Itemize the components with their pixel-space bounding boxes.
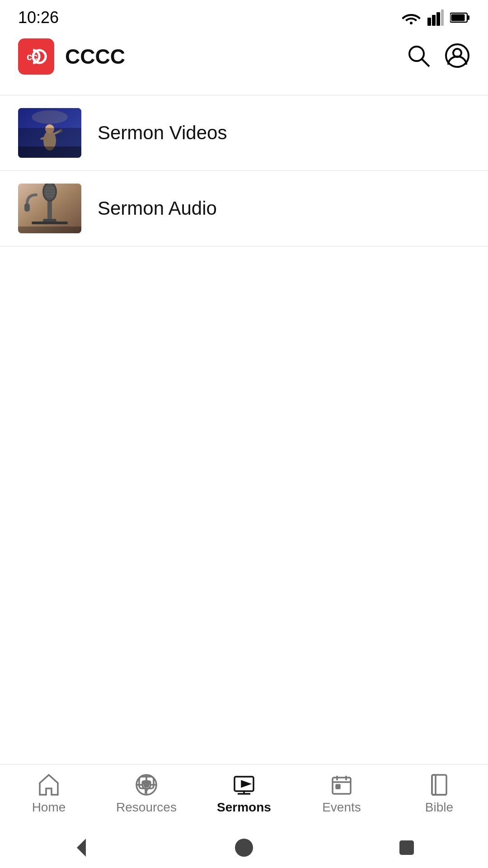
logo-icon: cc <box>24 44 48 69</box>
svg-line-24 <box>42 136 50 139</box>
nav-bible[interactable]: Bible <box>390 773 488 815</box>
sermon-audio-thumbnail <box>18 184 81 233</box>
svg-point-59 <box>235 839 253 857</box>
svg-line-16 <box>422 59 429 66</box>
nav-resources[interactable]: Resources <box>98 773 195 815</box>
sermon-videos-label: Sermon Videos <box>98 122 227 144</box>
svg-rect-39 <box>18 226 81 233</box>
circle-icon <box>232 836 256 859</box>
status-time: 10:26 <box>18 8 59 27</box>
svg-rect-60 <box>399 840 414 855</box>
svg-point-45 <box>148 781 150 784</box>
bottom-nav: Home Resources Sermons <box>0 764 488 827</box>
svg-rect-2 <box>432 15 436 26</box>
app-header: cc CCCC <box>0 32 488 81</box>
svg-rect-1 <box>427 18 431 26</box>
svg-text:cc: cc <box>27 51 38 62</box>
svg-point-0 <box>410 22 413 24</box>
home-icon <box>37 773 61 797</box>
svg-rect-50 <box>333 778 351 794</box>
nav-home-label: Home <box>32 800 66 815</box>
app-title: CCCC <box>65 44 125 69</box>
search-button[interactable] <box>406 43 431 70</box>
android-recent-button[interactable] <box>395 836 418 859</box>
sermons-icon <box>232 773 256 797</box>
svg-point-25 <box>59 129 62 132</box>
status-icons <box>401 9 470 26</box>
svg-marker-47 <box>242 781 249 787</box>
svg-marker-58 <box>77 839 86 857</box>
search-icon <box>406 43 431 68</box>
sermon-audio-item[interactable]: Sermon Audio <box>0 171 488 246</box>
events-icon <box>330 773 353 797</box>
svg-rect-37 <box>32 222 68 224</box>
app-logo: cc <box>18 38 54 75</box>
svg-point-20 <box>32 110 68 124</box>
header-right <box>406 43 470 70</box>
svg-rect-3 <box>436 12 440 26</box>
signal-icon <box>427 9 444 26</box>
nav-home[interactable]: Home <box>0 773 98 815</box>
wifi-icon <box>401 10 421 25</box>
svg-rect-57 <box>432 775 436 795</box>
sermon-audio-label: Sermon Audio <box>98 198 217 219</box>
svg-line-23 <box>50 132 59 136</box>
profile-button[interactable] <box>445 43 470 70</box>
resources-icon <box>135 773 158 797</box>
nav-events-label: Events <box>322 800 361 815</box>
nav-sermons-label: Sermons <box>217 800 271 815</box>
sermon-videos-item[interactable]: Sermon Videos <box>0 95 488 171</box>
sermon-videos-thumbnail <box>18 108 81 158</box>
android-back-button[interactable] <box>70 836 93 859</box>
svg-rect-38 <box>24 203 30 212</box>
back-icon <box>70 836 93 859</box>
svg-point-22 <box>45 124 54 133</box>
svg-point-21 <box>43 131 56 151</box>
header-left: cc CCCC <box>18 38 125 75</box>
sermon-audio-image <box>18 184 81 233</box>
profile-icon <box>445 43 470 68</box>
content-list: Sermon Videos <box>0 95 488 246</box>
nav-resources-label: Resources <box>116 800 177 815</box>
svg-rect-55 <box>432 775 446 795</box>
svg-point-31 <box>44 184 55 200</box>
svg-rect-27 <box>18 146 81 158</box>
svg-point-15 <box>409 47 424 61</box>
svg-rect-6 <box>467 15 469 20</box>
sermon-video-image <box>18 108 81 158</box>
svg-rect-7 <box>451 14 465 21</box>
nav-sermons[interactable]: Sermons <box>195 773 293 815</box>
svg-rect-54 <box>336 785 340 788</box>
svg-line-26 <box>59 131 61 132</box>
android-nav-bar <box>0 827 488 868</box>
android-home-button[interactable] <box>232 836 256 859</box>
nav-bible-label: Bible <box>425 800 453 815</box>
svg-rect-4 <box>441 9 444 26</box>
bible-icon <box>427 773 451 797</box>
battery-icon <box>450 11 470 24</box>
status-bar: 10:26 <box>0 0 488 32</box>
square-icon <box>395 836 418 859</box>
nav-events[interactable]: Events <box>293 773 390 815</box>
